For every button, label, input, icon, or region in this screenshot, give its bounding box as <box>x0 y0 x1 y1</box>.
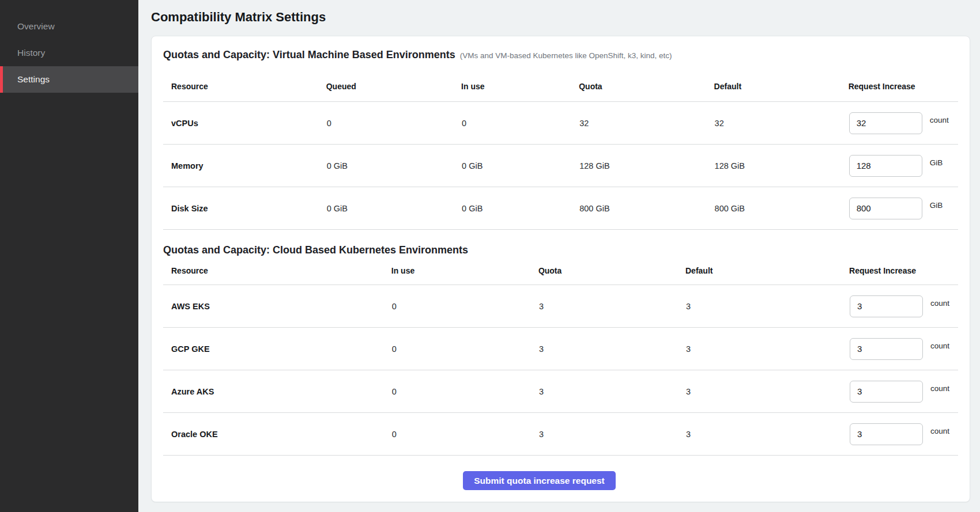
resource-name: Azure AKS <box>163 370 391 413</box>
quota-value: 3 <box>538 285 685 328</box>
column-header-request-increase: Request Increase <box>849 257 958 285</box>
column-header-in-use: In use <box>391 257 538 285</box>
request-increase-cell: count <box>850 381 958 403</box>
unit-label: count <box>930 384 949 393</box>
in-use-value: 0 <box>391 413 538 456</box>
column-header-queued: Queued <box>326 71 461 102</box>
memory-request-input[interactable] <box>849 155 922 177</box>
request-increase-cell: GiB <box>849 198 958 219</box>
azure-aks-request-input[interactable] <box>850 381 923 403</box>
sidebar-item-history[interactable]: History <box>0 40 138 66</box>
resource-name: AWS EKS <box>163 285 391 328</box>
aws-eks-request-input[interactable] <box>850 295 923 317</box>
cloud-table-header-row: Resource In use Quota Default Request In… <box>163 257 958 285</box>
queued-value: 0 GiB <box>326 187 461 230</box>
table-row-vcpus: vCPUs 0 0 32 32 count <box>163 102 958 145</box>
column-header-resource: Resource <box>163 257 391 285</box>
default-value: 800 GiB <box>714 187 849 230</box>
unit-label: GiB <box>930 201 943 210</box>
request-increase-cell: GiB <box>849 155 958 177</box>
table-row-aws-eks: AWS EKS 0 3 3 count <box>163 285 958 328</box>
request-increase-cell: count <box>850 295 958 317</box>
queued-value: 0 GiB <box>326 145 461 187</box>
resource-name: GCP GKE <box>163 328 391 370</box>
resource-name: Oracle OKE <box>163 413 391 456</box>
sidebar-item-label: Overview <box>17 21 55 32</box>
default-value: 3 <box>685 413 849 456</box>
sidebar-item-label: Settings <box>17 74 50 85</box>
queued-value: 0 <box>326 102 461 145</box>
vm-table-header-row: Resource Queued In use Quota Default Req… <box>163 71 958 102</box>
quota-value: 3 <box>538 370 685 413</box>
sidebar-item-overview[interactable]: Overview <box>0 13 138 40</box>
column-header-quota: Quota <box>579 71 714 102</box>
unit-label: count <box>930 299 949 308</box>
sidebar-item-label: History <box>17 48 45 58</box>
default-value: 3 <box>685 328 849 370</box>
default-value: 32 <box>714 102 849 145</box>
card-footer: Submit quota increase request <box>163 456 958 490</box>
resource-name: Memory <box>163 145 326 187</box>
oracle-oke-request-input[interactable] <box>850 423 923 445</box>
gcp-gke-request-input[interactable] <box>850 338 923 360</box>
cloud-section-title: Quotas and Capacity: Cloud Based Kuberne… <box>163 243 958 257</box>
table-row-gcp-gke: GCP GKE 0 3 3 count <box>163 328 958 370</box>
in-use-value: 0 <box>391 370 538 413</box>
column-header-quota: Quota <box>538 257 685 285</box>
quota-value: 3 <box>538 328 685 370</box>
default-value: 3 <box>685 370 849 413</box>
quota-value: 3 <box>538 413 685 456</box>
resource-name: Disk Size <box>163 187 326 230</box>
vm-section-subtitle: (VMs and VM-based Kubernetes like OpenSh… <box>460 51 672 60</box>
table-row-disk-size: Disk Size 0 GiB 0 GiB 800 GiB 800 GiB Gi… <box>163 187 958 230</box>
column-header-default: Default <box>714 71 849 102</box>
resource-name: vCPUs <box>163 102 326 145</box>
sidebar-item-settings[interactable]: Settings <box>0 66 138 93</box>
unit-label: count <box>930 116 949 124</box>
sidebar: Overview History Settings <box>0 0 138 512</box>
request-increase-cell: count <box>850 338 958 360</box>
settings-card: Quotas and Capacity: Virtual Machine Bas… <box>151 36 970 502</box>
table-row-oracle-oke: Oracle OKE 0 3 3 count <box>163 413 958 456</box>
main-content: Compatibility Matrix Settings Quotas and… <box>138 0 980 512</box>
table-row-azure-aks: Azure AKS 0 3 3 count <box>163 370 958 413</box>
quota-value: 128 GiB <box>579 145 714 187</box>
vcpus-request-input[interactable] <box>849 112 922 134</box>
in-use-value: 0 GiB <box>461 145 579 187</box>
request-increase-cell: count <box>850 423 958 445</box>
vm-section-title: Quotas and Capacity: Virtual Machine Bas… <box>163 48 958 63</box>
quota-value: 800 GiB <box>579 187 714 230</box>
column-header-default: Default <box>685 257 849 285</box>
vm-section-title-text: Quotas and Capacity: Virtual Machine Bas… <box>163 49 455 60</box>
unit-label: GiB <box>930 158 943 167</box>
in-use-value: 0 GiB <box>461 187 579 230</box>
quota-value: 32 <box>579 102 714 145</box>
cloud-quota-table: Resource In use Quota Default Request In… <box>163 257 958 456</box>
column-header-request-increase: Request Increase <box>849 71 958 102</box>
submit-quota-increase-button[interactable]: Submit quota increase request <box>463 471 616 490</box>
request-increase-cell: count <box>849 112 958 134</box>
page-title: Compatibility Matrix Settings <box>151 9 970 25</box>
disk-size-request-input[interactable] <box>849 198 922 219</box>
in-use-value: 0 <box>461 102 579 145</box>
in-use-value: 0 <box>391 285 538 328</box>
unit-label: count <box>930 427 949 435</box>
default-value: 128 GiB <box>714 145 849 187</box>
column-header-in-use: In use <box>461 71 579 102</box>
column-header-resource: Resource <box>163 71 326 102</box>
in-use-value: 0 <box>391 328 538 370</box>
unit-label: count <box>930 342 949 350</box>
default-value: 3 <box>685 285 849 328</box>
vm-quota-table: Resource Queued In use Quota Default Req… <box>163 71 958 230</box>
table-row-memory: Memory 0 GiB 0 GiB 128 GiB 128 GiB GiB <box>163 145 958 187</box>
